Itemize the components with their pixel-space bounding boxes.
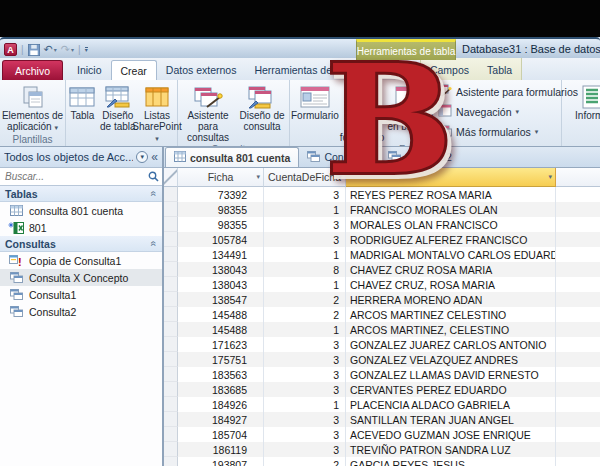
cell-ficha[interactable]: 183685 <box>178 382 264 397</box>
cell-cuentadeficha[interactable]: 1 <box>264 397 346 412</box>
report-button[interactable]: Informe <box>569 81 600 121</box>
record-selector[interactable] <box>164 397 178 412</box>
record-selector[interactable] <box>164 442 178 457</box>
tab-archivo[interactable]: Archivo <box>2 60 63 80</box>
tab-crear[interactable]: Crear <box>111 60 157 80</box>
doc-tab-consulta-801-cuenta[interactable]: consulta 801 cuenta <box>165 147 299 167</box>
cell-cuentadeficha[interactable]: 3 <box>264 412 346 427</box>
cell-name[interactable]: MORALES OLAN FRANCISCO <box>346 217 556 232</box>
cell-ficha[interactable]: 138043 <box>178 262 264 277</box>
cell-cuentadeficha[interactable]: 3 <box>264 217 346 232</box>
cell-ficha[interactable]: 193807 <box>178 457 264 466</box>
cell-ficha[interactable]: 138547 <box>178 292 264 307</box>
blank-form-button[interactable]: Formulario en blanco <box>385 81 433 132</box>
record-selector[interactable] <box>164 307 178 322</box>
cell-cuentadeficha[interactable]: 2 <box>264 457 346 466</box>
cell-name[interactable]: ARCOS MARTINEZ, CELESTINO <box>346 322 556 337</box>
cell-ficha[interactable]: 183563 <box>178 367 264 382</box>
nav-item-consulta1[interactable]: Consulta1 <box>0 286 162 303</box>
column-dropdown-icon[interactable]: ▾ <box>256 173 260 181</box>
record-selector[interactable] <box>164 382 178 397</box>
cell-ficha[interactable]: 171623 <box>178 337 264 352</box>
navigation-pane-header[interactable]: Todos los objetos de Acc... ▾ « <box>0 147 162 168</box>
cell-ficha[interactable]: 134491 <box>178 247 264 262</box>
cell-name[interactable]: ARCOS MARTINEZ CELESTINO <box>346 307 556 322</box>
form-wizard-button[interactable]: Asistente para formularios <box>438 84 578 100</box>
tab-herramientas-de-base-de-datos[interactable]: Herramientas de base de datos <box>245 60 410 80</box>
cell-cuentadeficha[interactable]: 1 <box>264 322 346 337</box>
column-dropdown-icon[interactable]: ▾ <box>548 173 552 181</box>
nav-item-consulta2[interactable]: Consulta2 <box>0 303 162 320</box>
cell-ficha[interactable]: 105784 <box>178 232 264 247</box>
cell-ficha[interactable]: 138043 <box>178 277 264 292</box>
doc-tab-consulta1[interactable]: Consulta1 <box>299 147 379 167</box>
collapse-chevron-icon[interactable]: « <box>149 191 160 197</box>
column-header-ficha[interactable]: Ficha ▾ <box>178 168 264 187</box>
cell-name[interactable]: GONZALEZ VELAZQUEZ ANDRES <box>346 352 556 367</box>
application-parts-button[interactable]: Elementos de aplicación ▾ <box>2 81 64 133</box>
access-logo-icon[interactable]: A <box>4 43 17 56</box>
tab-campos[interactable]: Campos <box>421 60 478 80</box>
cell-cuentadeficha[interactable]: 3 <box>264 232 346 247</box>
cell-name[interactable]: CHAVEZ CRUZ, ROSA MARIA <box>346 277 556 292</box>
cell-name[interactable]: HERRERA MORENO ADAN <box>346 292 556 307</box>
nav-section-tablas[interactable]: Tablas« <box>0 186 162 202</box>
cell-cuentadeficha[interactable]: 1 <box>264 202 346 217</box>
nav-item-801[interactable]: 801 <box>0 219 162 236</box>
form-button[interactable]: Formulario <box>291 81 339 121</box>
cell-cuentadeficha[interactable]: 3 <box>264 352 346 367</box>
customize-toolbar-icon[interactable]: ▾ <box>85 47 88 52</box>
cell-name[interactable]: CHAVEZ CRUZ ROSA MARIA <box>346 262 556 277</box>
record-selector[interactable] <box>164 337 178 352</box>
cell-cuentadeficha[interactable]: 3 <box>264 337 346 352</box>
table-design-button[interactable]: Diseño de tabla <box>99 81 137 132</box>
cell-cuentadeficha[interactable]: 8 <box>264 262 346 277</box>
tab-datos-externos[interactable]: Datos externos <box>157 60 246 80</box>
cell-name[interactable]: PLACENCIA ALDACO GABRIELA <box>346 397 556 412</box>
cell-ficha[interactable]: 175751 <box>178 352 264 367</box>
cell-cuentadeficha[interactable]: 1 <box>264 277 346 292</box>
save-icon[interactable] <box>28 44 40 56</box>
record-selector[interactable] <box>164 277 178 292</box>
cell-name[interactable]: FRANCISCO MORALES OLAN <box>346 202 556 217</box>
cell-cuentadeficha[interactable]: 3 <box>264 427 346 442</box>
doc-tab-consulta2[interactable]: Consulta2 <box>380 147 460 167</box>
record-selector[interactable] <box>164 427 178 442</box>
cell-name[interactable]: ACEVEDO GUZMAN JOSE ENRIQUE <box>346 427 556 442</box>
cell-name[interactable]: GONZALEZ JUAREZ CARLOS ANTONIO <box>346 337 556 352</box>
cell-cuentadeficha[interactable]: 3 <box>264 382 346 397</box>
column-dropdown-icon[interactable]: ▾ <box>338 173 342 181</box>
cell-ficha[interactable]: 184926 <box>178 397 264 412</box>
record-selector[interactable] <box>164 217 178 232</box>
nav-item-consulta-x-concepto[interactable]: Consulta X Concepto <box>0 269 162 286</box>
cell-cuentadeficha[interactable]: 3 <box>264 187 346 202</box>
record-selector[interactable] <box>164 262 178 277</box>
record-selector[interactable] <box>164 202 178 217</box>
search-icon[interactable] <box>148 168 159 186</box>
nav-item-consulta-801-cuenta[interactable]: consulta 801 cuenta <box>0 202 162 219</box>
cell-name[interactable]: MADRIGAL MONTALVO CARLOS EDUARDO <box>346 247 556 262</box>
redo-icon[interactable]: ↷▾ <box>61 44 74 55</box>
tab-tabla[interactable]: Tabla <box>478 60 521 80</box>
record-selector[interactable] <box>164 187 178 202</box>
cell-name[interactable]: TREVIÑO PATRON SANDRA LUZ <box>346 442 556 457</box>
column-header-cuentadeficha[interactable]: CuentaDeFicha ▾ <box>264 168 346 187</box>
cell-name[interactable]: GARCIA REYES JESUS <box>346 457 556 466</box>
form-design-button[interactable]: Diseño del formulario <box>340 81 384 143</box>
tab-inicio[interactable]: Inicio <box>68 60 111 80</box>
cell-name[interactable]: RODRIGUEZ ALFEREZ FRANCISCO <box>346 232 556 247</box>
cell-ficha[interactable]: 73392 <box>178 187 264 202</box>
cell-name[interactable]: SANTILLAN TERAN JUAN ANGEL <box>346 412 556 427</box>
record-selector[interactable] <box>164 367 178 382</box>
navigation-form-button[interactable]: Navegación ▾ <box>438 104 578 120</box>
record-selector[interactable] <box>164 247 178 262</box>
record-selector[interactable] <box>164 292 178 307</box>
nav-section-consultas[interactable]: Consultas« <box>0 236 162 252</box>
cell-cuentadeficha[interactable]: 2 <box>264 307 346 322</box>
cell-ficha[interactable]: 145488 <box>178 322 264 337</box>
query-wizard-button[interactable]: Asistente para consultas <box>180 81 236 143</box>
record-selector[interactable] <box>164 457 178 466</box>
column-header-selected[interactable]: ▾ <box>346 168 556 187</box>
cell-ficha[interactable]: 185704 <box>178 427 264 442</box>
cell-name[interactable]: GONZALEZ LLAMAS DAVID ERNESTO <box>346 367 556 382</box>
